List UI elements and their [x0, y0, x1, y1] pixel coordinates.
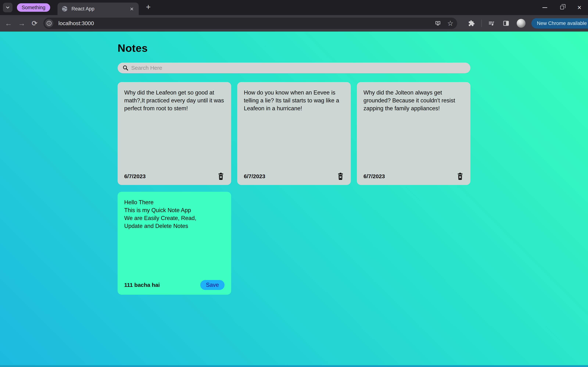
close-icon: × [577, 4, 581, 11]
side-panel-button[interactable] [503, 20, 509, 27]
media-playlist-icon [488, 20, 495, 27]
note-card: How do you know when an Eevee is telling… [237, 82, 351, 185]
delete-note-button[interactable] [457, 173, 464, 180]
chrome-update-label: New Chrome available [537, 21, 587, 26]
tab-react-app[interactable]: React App × [58, 3, 139, 15]
tab-close-icon[interactable]: × [129, 5, 135, 12]
close-window-button[interactable]: × [571, 0, 588, 15]
trash-delete-icon [337, 173, 344, 180]
install-app-button[interactable] [435, 20, 441, 26]
side-panel-icon [503, 20, 509, 27]
tab-search-button[interactable] [3, 3, 12, 12]
trash-delete-icon [457, 173, 464, 180]
note-date: 6/7/2023 [363, 173, 385, 179]
address-bar[interactable]: localhost:3000 ☆ [43, 18, 457, 29]
new-note-textarea[interactable]: Hello There This is my Quick Note App We… [124, 198, 225, 230]
reload-button[interactable]: ⟳ [32, 20, 37, 27]
minimize-button[interactable] [536, 0, 553, 15]
trash-delete-icon [217, 173, 225, 180]
globe-favicon-icon [61, 6, 68, 12]
delete-note-button[interactable] [337, 173, 344, 180]
delete-note-button[interactable] [217, 173, 225, 180]
back-button[interactable]: ← [5, 20, 12, 27]
window-controls: × [536, 0, 588, 15]
chrome-update-button[interactable]: New Chrome available ⋮ [531, 18, 588, 28]
star-icon: ☆ [447, 20, 453, 27]
profile-avatar[interactable] [517, 19, 526, 28]
browser-toolbar: ← → ⟳ localhost:3000 ☆ [0, 15, 588, 32]
notes-app-page: Notes Why did the Leafeon get so good at… [0, 32, 588, 367]
search-icon [122, 65, 129, 71]
tab-group-text: Something [22, 5, 45, 10]
new-tab-button[interactable]: + [144, 2, 153, 12]
site-info-button[interactable] [45, 19, 53, 27]
tab-strip: Something React App × + × [0, 0, 588, 15]
note-text: Why did the Leafeon get so good at math?… [124, 89, 225, 112]
tab-group-label[interactable]: Something [17, 3, 50, 12]
note-date: 6/7/2023 [124, 173, 146, 179]
note-date: 6/7/2023 [244, 173, 265, 179]
note-text: How do you know when an Eevee is telling… [244, 89, 344, 112]
puzzle-icon [468, 20, 475, 27]
tab-title: React App [71, 6, 129, 12]
chars-remaining-label: 111 bacha hai [124, 282, 160, 288]
search-bar[interactable] [118, 63, 470, 73]
search-input[interactable] [131, 65, 466, 71]
note-card: Why did the Leafeon get so good at math?… [118, 82, 231, 185]
save-button[interactable]: Save [200, 280, 225, 290]
url-text[interactable]: localhost:3000 [58, 20, 429, 26]
page-title: Notes [118, 42, 470, 54]
restore-button[interactable] [553, 0, 571, 15]
install-desktop-icon [435, 20, 441, 26]
chevron-down-icon [5, 5, 10, 10]
minimize-icon [542, 7, 547, 8]
notes-grid: Why did the Leafeon get so good at math?… [118, 82, 470, 295]
new-note-card: Hello There This is my Quick Note App We… [118, 192, 231, 295]
info-icon [46, 21, 52, 26]
bookmark-button[interactable]: ☆ [447, 20, 453, 27]
toolbar-divider [481, 20, 482, 27]
bottom-scrollbar-track[interactable] [0, 365, 588, 367]
extensions-button[interactable] [468, 20, 475, 27]
media-controls-button[interactable] [488, 20, 495, 27]
forward-button[interactable]: → [18, 20, 25, 27]
restore-icon [560, 6, 564, 9]
note-card: Why did the Jolteon always get grounded?… [357, 82, 470, 185]
note-text: Why did the Jolteon always get grounded?… [363, 89, 464, 112]
